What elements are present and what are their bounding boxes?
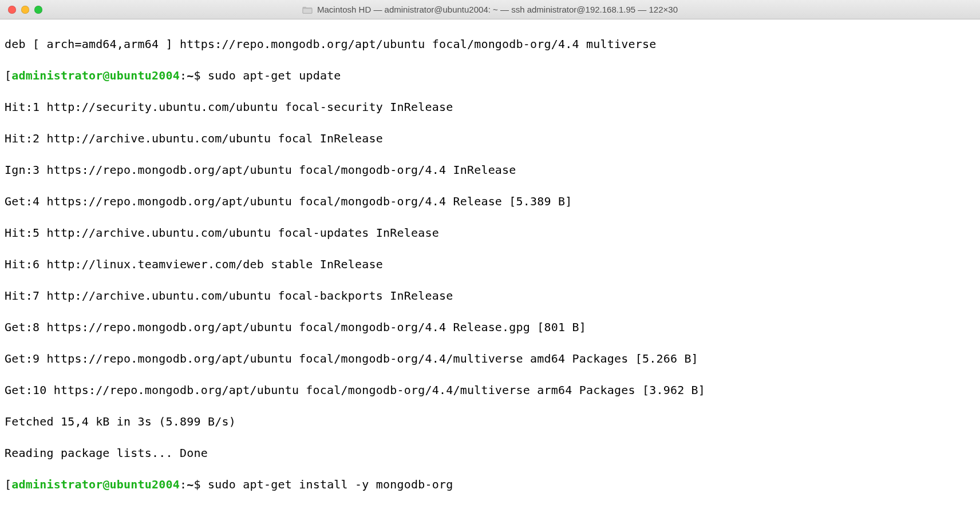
output-line: Get:4 https://repo.mongodb.org/apt/ubunt… [5, 194, 975, 210]
prompt-line: [administrator@ubuntu2004:~$ sudo apt-ge… [5, 68, 975, 84]
terminal-content[interactable]: deb [ arch=amd64,arm64 ] https://repo.mo… [0, 19, 980, 509]
output-line: Hit:1 http://security.ubuntu.com/ubuntu … [5, 100, 975, 116]
output-line: deb [ arch=amd64,arm64 ] https://repo.mo… [5, 37, 975, 53]
command-text: sudo apt-get update [208, 69, 341, 82]
traffic-lights [8, 6, 42, 14]
prompt-user-host: administrator@ubuntu2004 [11, 69, 180, 82]
output-line: Hit:5 http://archive.ubuntu.com/ubuntu f… [5, 225, 975, 241]
output-line: Hit:6 http://linux.teamviewer.com/deb st… [5, 257, 975, 273]
output-line: Get:8 https://repo.mongodb.org/apt/ubunt… [5, 320, 975, 336]
command-text: sudo apt-get install -y mongodb-org [208, 478, 453, 491]
output-line: Ign:3 https://repo.mongodb.org/apt/ubunt… [5, 162, 975, 178]
zoom-button[interactable] [34, 6, 42, 14]
output-line: Reading package lists... Done [5, 446, 975, 462]
prompt-line: [administrator@ubuntu2004:~$ sudo apt-ge… [5, 477, 975, 493]
output-line: Get:10 https://repo.mongodb.org/apt/ubun… [5, 383, 975, 399]
window-titlebar: Macintosh HD — administrator@ubuntu2004:… [0, 0, 980, 19]
output-line: Hit:2 http://archive.ubuntu.com/ubuntu f… [5, 131, 975, 147]
output-line: Hit:7 http://archive.ubuntu.com/ubuntu f… [5, 288, 975, 304]
close-button[interactable] [8, 6, 16, 14]
output-line: Fetched 15,4 kB in 3s (5.899 B/s) [5, 414, 975, 430]
minimize-button[interactable] [21, 6, 29, 14]
output-line: Get:9 https://repo.mongodb.org/apt/ubunt… [5, 351, 975, 367]
window-title: Macintosh HD — administrator@ubuntu2004:… [317, 5, 678, 14]
folder-icon [302, 5, 313, 15]
prompt-user-host: administrator@ubuntu2004 [11, 478, 180, 491]
svg-rect-0 [303, 8, 312, 13]
